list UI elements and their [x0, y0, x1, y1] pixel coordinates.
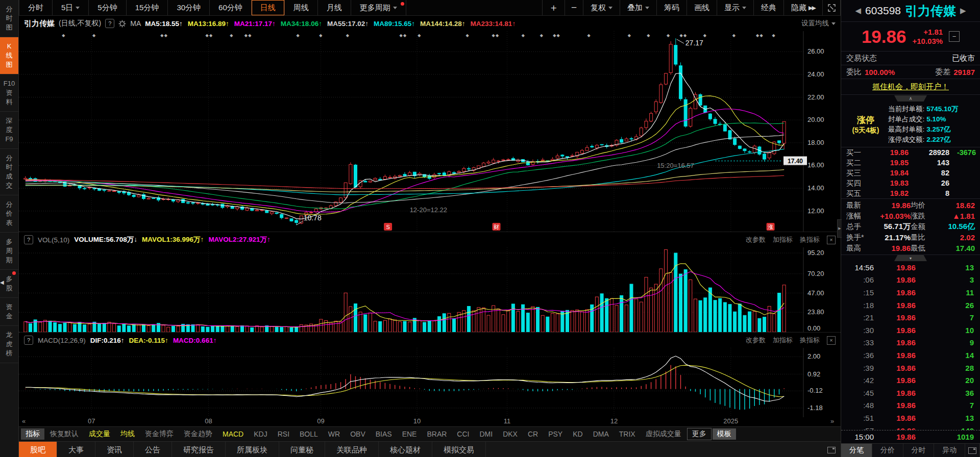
classic-button[interactable]: 经典	[754, 0, 784, 15]
tab-guba[interactable]: 股吧	[19, 442, 57, 457]
indicator-OBV[interactable]: OBV	[346, 429, 370, 439]
scroll-left-icon[interactable]: «	[22, 417, 26, 425]
sidebar-item-dragon-tiger[interactable]: 龙虎榜	[0, 326, 18, 363]
indicator-PSY[interactable]: PSY	[544, 429, 567, 439]
fullscreen-button[interactable]	[823, 0, 841, 15]
next-stock-button[interactable]: ▶	[960, 6, 966, 15]
period-60min[interactable]: 60分钟	[210, 0, 252, 15]
gear-icon[interactable]	[118, 20, 126, 28]
chips-button[interactable]: 筹码	[657, 0, 687, 15]
minitab-movements[interactable]: 异动	[934, 444, 965, 457]
bid-row-5[interactable]: 买五19.828	[841, 188, 980, 198]
indicator-MACD[interactable]: MACD	[218, 429, 248, 439]
help-icon[interactable]: ?	[24, 336, 33, 345]
panel-window-button[interactable]	[822, 442, 841, 457]
bid-row-2[interactable]: 买二19.85143	[841, 158, 980, 168]
sidebar-item-multi-period[interactable]: 多周期	[0, 233, 18, 270]
macd-menu-item-0[interactable]: 改参数	[746, 336, 766, 345]
sidebar-collapse-icon[interactable]: ◀	[0, 280, 4, 285]
indicator-恢复默认[interactable]: 恢复默认	[45, 428, 83, 440]
sidebar-item-price-table[interactable]: 分价表	[0, 195, 18, 233]
macd-menu-item-1[interactable]: 加指标	[773, 336, 793, 345]
indicator-BOLL[interactable]: BOLL	[295, 429, 323, 439]
indicator-资金趋势[interactable]: 资金趋势	[179, 428, 217, 440]
tab-related-products[interactable]: 关联品种	[325, 442, 379, 457]
indicator-DMI[interactable]: DMI	[475, 429, 497, 439]
period-5min[interactable]: 5分钟	[89, 0, 126, 15]
indicator-TRIX[interactable]: TRIX	[615, 429, 640, 439]
sidebar-item-funds[interactable]: 资金	[0, 298, 18, 326]
macd-chart[interactable]: 2.000.92-0.12-1.18	[19, 348, 841, 417]
overlay-button[interactable]: 叠加	[620, 0, 657, 15]
period-monthly[interactable]: 月线	[318, 0, 351, 15]
indicator-KD[interactable]: KD	[568, 429, 587, 439]
indicator-BRAR[interactable]: BRAR	[422, 429, 451, 439]
sidebar-item-f10-info[interactable]: F10资料	[0, 74, 18, 112]
vol-menu-item-1[interactable]: 加指标	[773, 235, 793, 244]
minimize-button[interactable]: −	[949, 31, 960, 42]
tab-events[interactable]: 大事	[57, 442, 95, 457]
minitab-tick[interactable]: 分笔	[841, 444, 872, 457]
period-more[interactable]: 更多周期	[351, 0, 406, 15]
tab-ask-secretary[interactable]: 问董秘	[279, 442, 325, 457]
indicator-CR[interactable]: CR	[523, 429, 543, 439]
bid-row-1[interactable]: 买一19.8628928-3676	[841, 147, 980, 158]
period-5day[interactable]: 5日	[53, 0, 89, 15]
ma-settings-button[interactable]: 设置均线	[801, 19, 836, 28]
tab-research-reports[interactable]: 研究报告	[172, 442, 226, 457]
sidebar-item-tick-trades[interactable]: 分时成交	[0, 149, 18, 195]
prev-stock-button[interactable]: ◀	[855, 6, 861, 15]
tab-sectors[interactable]: 所属板块	[226, 442, 279, 457]
zoom-in-button[interactable]: ＋	[542, 0, 565, 15]
help-icon[interactable]: ?	[105, 19, 114, 28]
indicator-成交量[interactable]: 成交量	[84, 428, 115, 440]
indicator-CCI[interactable]: CCI	[452, 429, 474, 439]
minitab-intraday[interactable]: 分时	[903, 444, 935, 457]
period-15min[interactable]: 15分钟	[127, 0, 168, 15]
sidebar-item-minute-chart[interactable]: 分时图	[0, 0, 18, 37]
vol-menu-item-0[interactable]: 改参数	[746, 235, 766, 244]
period-weekly[interactable]: 周线	[285, 0, 318, 15]
bid-row-4[interactable]: 买四19.8326	[841, 178, 980, 188]
macd-menu-item-2[interactable]: 换指标	[800, 336, 820, 345]
indicator-DMA[interactable]: DMA	[589, 429, 614, 439]
collapse-up-button[interactable]: ∧	[894, 95, 927, 101]
bid-row-3[interactable]: 买三19.8482	[841, 168, 980, 178]
main-kline-chart[interactable]: 26.0024.0022.0020.0018.0016.0014.0012.00…	[19, 31, 841, 232]
minitab-price-dist[interactable]: 分价	[872, 444, 903, 457]
vol-menu-item-2[interactable]: 换指标	[800, 235, 820, 244]
scroll-right-icon[interactable]: »	[830, 417, 834, 425]
tab-announcements[interactable]: 公告	[134, 442, 172, 457]
indicator-RSI[interactable]: RSI	[273, 429, 294, 439]
hide-button[interactable]: 隐藏▶▶	[784, 0, 823, 15]
quote-window-button[interactable]	[965, 444, 980, 457]
sidebar-item-depth-f9[interactable]: 深度F9	[0, 112, 18, 149]
collapse-down-button[interactable]: ▼	[894, 255, 927, 261]
sidebar-item-kline-chart[interactable]: K线图	[0, 37, 18, 74]
indicator-DKX[interactable]: DKX	[498, 429, 522, 439]
open-account-link[interactable]: 抓住机会，即刻开户！	[872, 82, 949, 92]
display-button[interactable]: 显示	[717, 0, 754, 15]
indicator-资金博弈[interactable]: 资金博弈	[140, 428, 178, 440]
macd-close-icon[interactable]: ×	[827, 336, 836, 345]
tab-core-themes[interactable]: 核心题材	[379, 442, 432, 457]
indicator-模板[interactable]: 模板	[713, 428, 736, 440]
indicator-KDJ[interactable]: KDJ	[249, 429, 272, 439]
volume-chart[interactable]: 95.2070.2047.0023.800.00	[19, 247, 841, 332]
indicator-WR[interactable]: WR	[324, 429, 345, 439]
help-icon[interactable]: ?	[24, 235, 33, 244]
adjust-button[interactable]: 复权	[583, 0, 620, 15]
period-daily[interactable]: 日线	[252, 0, 285, 15]
tab-news[interactable]: 资讯	[95, 442, 134, 457]
vol-close-icon[interactable]: ×	[827, 236, 836, 244]
indicator-BIAS[interactable]: BIAS	[371, 429, 397, 439]
panel-collapse-handle[interactable]: ▶	[837, 219, 842, 238]
indicator-虚拟成交量[interactable]: 虚拟成交量	[641, 428, 686, 440]
zoom-out-button[interactable]: −	[565, 0, 583, 15]
indicator-ENE[interactable]: ENE	[398, 429, 422, 439]
period-minute[interactable]: 分时	[19, 0, 53, 15]
tab-paper-trading[interactable]: 模拟交易	[432, 442, 486, 457]
indicator-均线[interactable]: 均线	[116, 428, 139, 440]
indicator-指标[interactable]: 指标	[21, 428, 44, 440]
period-30min[interactable]: 30分钟	[168, 0, 210, 15]
